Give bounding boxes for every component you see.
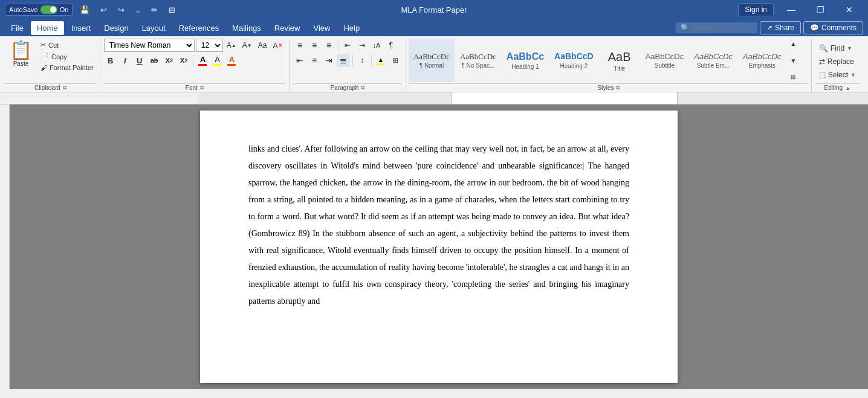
style-heading1[interactable]: AaBbCc Heading 1 [502, 39, 549, 82]
bullets-button[interactable]: ≡ [293, 39, 306, 52]
paste-button[interactable]: 📋 Paste [5, 39, 37, 69]
page-content[interactable]: links and clues'. After following an arr… [248, 141, 629, 310]
autosave-badge[interactable]: AutoSave On [5, 4, 73, 16]
decrease-indent-button[interactable]: ⇤ [341, 39, 354, 52]
select-button[interactable]: ⬚Select▼ [815, 69, 860, 81]
document-title: MLA Format Paper [401, 5, 467, 14]
paragraph-group: ≡ ≡ ≡ ⇤ ⇥ ↕A ¶ ⇤ ≡ ⇥ ≣ ↕ ▲ [290, 39, 406, 92]
shading-button[interactable]: ▲ [374, 54, 387, 67]
document-scroll[interactable]: links and clues'. After following an arr… [10, 104, 868, 389]
shrink-font-button[interactable]: A▼ [240, 39, 254, 52]
share-button[interactable]: ↗Share [760, 21, 801, 34]
change-case-button[interactable]: Aa [256, 39, 270, 52]
menu-mailings[interactable]: Mailings [226, 21, 267, 35]
style-subtitle[interactable]: AaBbCcDc Subtitle [641, 39, 689, 82]
sort-button[interactable]: ↕A [370, 39, 383, 52]
menu-insert[interactable]: Insert [65, 21, 97, 35]
paragraph-text: links and clues'. After following an arr… [248, 141, 629, 310]
clipboard-expand-icon[interactable]: ⧉ [63, 85, 66, 91]
more-quick-access-button[interactable]: ⌵ [132, 4, 144, 16]
border-button[interactable]: ⊞ [389, 54, 402, 67]
line-spacing-button[interactable]: ↕ [355, 54, 369, 67]
style-heading2[interactable]: AaBbCcD Heading 2 [549, 39, 598, 82]
styles-expand[interactable]: ⊞ [788, 73, 798, 81]
clipboard-label: Clipboard ⧉ [5, 83, 96, 92]
ribbon: 📋 Paste ✂Cut 📄Copy 🖌Format Painter Clipb… [0, 36, 868, 92]
align-left-button[interactable]: ⇤ [293, 54, 306, 67]
menu-design[interactable]: Design [98, 21, 134, 35]
styles-label: Styles ⧉ [409, 83, 809, 92]
numbering-button[interactable]: ≡ [308, 39, 321, 52]
redo-button[interactable]: ↪ [114, 4, 128, 16]
search-input[interactable] [692, 24, 753, 32]
superscript-button[interactable]: X2 [177, 54, 190, 67]
italic-button[interactable]: I [118, 54, 132, 67]
highlight-button[interactable]: A [210, 54, 224, 67]
font-color-button[interactable]: A [225, 54, 238, 67]
align-right-button[interactable]: ⇥ [322, 54, 335, 67]
menu-bar: File Home Insert Design Layout Reference… [0, 19, 868, 36]
vertical-ruler [0, 104, 10, 389]
menu-file[interactable]: File [5, 21, 30, 35]
styles-list: AaBbCcDc ¶ Normal AaBbCcDc ¶ No Spac... … [409, 39, 786, 82]
pen-button[interactable]: ✏ [147, 4, 161, 16]
autosave-label: AutoSave [9, 6, 38, 13]
clear-formatting-button[interactable]: A✕ [270, 39, 285, 52]
style-emphasis[interactable]: AaBbCcDc Emphasis [738, 39, 786, 82]
window-controls: — ❐ ✕ [777, 0, 863, 19]
text-color-button[interactable]: A [196, 54, 209, 67]
autosave-state: On [60, 6, 69, 13]
restore-button[interactable]: ❐ [806, 0, 834, 19]
format-painter-button[interactable]: 🖌Format Painter [38, 63, 96, 72]
sign-in-button[interactable]: Sign in [738, 3, 774, 16]
grow-font-button[interactable]: A▲ [224, 39, 239, 52]
title-bar-right: Sign in — ❐ ✕ [738, 0, 863, 19]
menu-view[interactable]: View [307, 21, 336, 35]
autosave-toggle[interactable] [40, 5, 57, 14]
editing-label: Editing ▲ [815, 83, 860, 92]
menu-references[interactable]: References [173, 21, 225, 35]
style-no-spacing[interactable]: AaBbCcDc ¶ No Spac... [455, 39, 501, 82]
minimize-button[interactable]: — [777, 0, 805, 19]
close-button[interactable]: ✕ [835, 0, 863, 19]
style-title[interactable]: AaB Title [599, 39, 640, 82]
menu-layout[interactable]: Layout [136, 21, 172, 35]
style-normal[interactable]: AaBbCcDc ¶ Normal [409, 39, 455, 82]
find-button[interactable]: 🔍Find▼ [815, 42, 856, 54]
styles-expand-icon[interactable]: ⧉ [616, 85, 620, 91]
menu-home[interactable]: Home [31, 21, 64, 35]
comments-button[interactable]: 💬Comments [803, 21, 863, 34]
font-size-select[interactable]: 12 [196, 39, 223, 52]
multilevel-button[interactable]: ≡ [322, 39, 335, 52]
underline-button[interactable]: U [133, 54, 146, 67]
paragraph-label: Paragraph ⧉ [293, 83, 402, 92]
clipboard-group: 📋 Paste ✂Cut 📄Copy 🖌Format Painter Clipb… [5, 39, 100, 92]
save-button[interactable]: 💾 [76, 4, 93, 16]
increase-indent-button[interactable]: ⇥ [355, 39, 369, 52]
align-center-button[interactable]: ≡ [308, 54, 321, 67]
subscript-button[interactable]: X2 [163, 54, 176, 67]
paragraph-expand-icon[interactable]: ⧉ [361, 85, 364, 91]
styles-scroll-up[interactable]: ▲ [788, 40, 798, 48]
document-page[interactable]: links and clues'. After following an arr… [200, 111, 678, 383]
replace-button[interactable]: ⇄Replace [815, 56, 858, 68]
menu-review[interactable]: Review [268, 21, 306, 35]
menu-help[interactable]: Help [337, 21, 366, 35]
editing-collapse-icon[interactable]: ▲ [845, 85, 850, 91]
styles-scroll-down[interactable]: ▼ [788, 57, 798, 65]
clipboard-right: ✂Cut 📄Copy 🖌Format Painter [38, 39, 96, 72]
undo-button[interactable]: ↩ [97, 4, 111, 16]
title-bar-left: AutoSave On 💾 ↩ ↪ ⌵ ✏ ⊞ [5, 4, 179, 16]
cut-button[interactable]: ✂Cut [38, 40, 96, 50]
font-expand-icon[interactable]: ⧉ [200, 85, 204, 91]
layout-button[interactable]: ⊞ [165, 4, 179, 16]
font-name-select[interactable]: Times New Roman [104, 39, 195, 52]
bold-button[interactable]: B [104, 54, 117, 67]
style-subtle-em[interactable]: AaBbCcDc Subtle Em... [689, 39, 737, 82]
ruler [0, 92, 868, 104]
font-label: Font ⧉ [104, 83, 285, 92]
copy-button[interactable]: 📄Copy [38, 51, 96, 62]
align-justify-button[interactable]: ≣ [337, 54, 350, 67]
strikethrough-button[interactable]: ab [147, 54, 161, 67]
show-marks-button[interactable]: ¶ [384, 39, 398, 52]
